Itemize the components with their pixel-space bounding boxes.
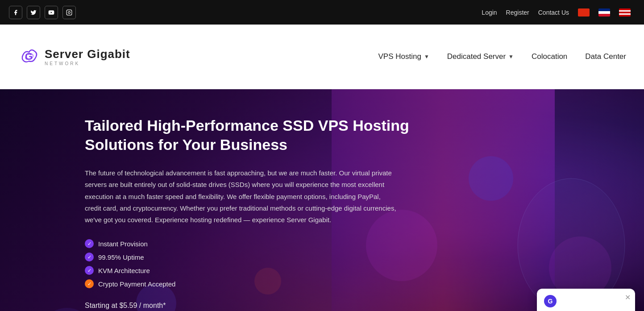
close-icon[interactable]: ✕ — [625, 292, 631, 303]
logo-icon: G — [18, 46, 40, 68]
hero-price: Starting at $5.59 / month* — [85, 302, 420, 310]
site-header: G Server Gigabit NETWORK VPS Hosting ▼ D… — [0, 25, 644, 89]
register-link[interactable]: Register — [506, 9, 529, 16]
check-icon: ✓ — [85, 266, 94, 275]
feature-instant-provision: ✓ Instant Provision — [85, 239, 420, 248]
facebook-icon[interactable] — [9, 6, 22, 19]
svg-text:G: G — [25, 51, 33, 62]
nav-data-center[interactable]: Data Center — [585, 52, 626, 61]
logo[interactable]: G Server Gigabit NETWORK — [18, 46, 130, 68]
youtube-icon[interactable] — [45, 6, 58, 19]
feature-kvm: ✓ KVM Architecture — [85, 266, 420, 275]
logo-text: Server Gigabit NETWORK — [45, 47, 130, 66]
login-link[interactable]: Login — [482, 9, 497, 16]
hero-description: The future of technological advancement … — [85, 167, 397, 226]
check-icon: ✓ — [85, 239, 94, 248]
instagram-icon[interactable] — [62, 6, 76, 19]
contact-link[interactable]: Contact Us — [538, 9, 569, 16]
check-icon: ✓ — [85, 279, 94, 288]
chat-logo: G — [544, 295, 628, 307]
hero-title: Tailored High-Performance SSD VPS Hostin… — [85, 116, 420, 154]
chat-logo-icon: G — [544, 295, 557, 307]
hero-content: Tailored High-Performance SSD VPS Hostin… — [85, 116, 420, 311]
nav-colocation[interactable]: Colocation — [532, 52, 567, 61]
hero-features-list: ✓ Instant Provision ✓ 99.95% Uptime ✓ KV… — [85, 239, 420, 288]
svg-rect-1 — [66, 10, 72, 15]
twitter-icon[interactable] — [27, 6, 40, 19]
hero-section: Tailored High-Performance SSD VPS Hostin… — [0, 89, 644, 311]
top-bar: Login Register Contact Us — [0, 0, 644, 25]
chevron-down-icon: ▼ — [424, 54, 429, 60]
check-icon: ✓ — [85, 253, 94, 261]
nav-dedicated-server[interactable]: Dedicated Server ▼ — [447, 52, 514, 61]
social-links — [9, 6, 76, 19]
feature-uptime: ✓ 99.95% Uptime — [85, 253, 420, 261]
chevron-down-icon: ▼ — [508, 54, 514, 60]
nav-vps-hosting[interactable]: VPS Hosting ▼ — [378, 52, 429, 61]
flag-malaysia[interactable] — [619, 8, 631, 17]
feature-crypto: ✓ Crypto Payment Accepted — [85, 279, 420, 288]
flag-chinese[interactable] — [578, 8, 590, 17]
main-nav: VPS Hosting ▼ Dedicated Server ▼ Colocat… — [378, 52, 626, 61]
flag-english[interactable] — [598, 8, 610, 17]
chat-bubble: ✕ G Got any questions? I'm happy to help… — [537, 289, 635, 311]
top-nav-links: Login Register Contact Us — [482, 8, 631, 17]
chat-widget: ✕ G Got any questions? I'm happy to help… — [537, 289, 635, 311]
